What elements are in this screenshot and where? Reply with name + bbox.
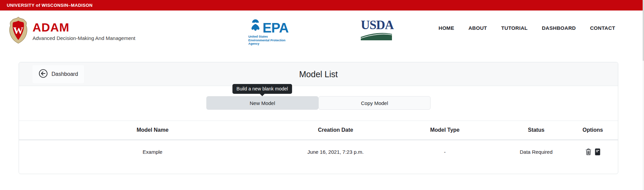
epa-wordmark: EPA (263, 22, 288, 34)
uw-crest-icon: W (9, 16, 27, 45)
model-list-panel: Dashboard Model List Build a new blank m… (19, 62, 618, 174)
nav-tutorial[interactable]: TUTORIAL (501, 25, 528, 31)
tab-copy-model[interactable]: Copy Model (318, 96, 431, 110)
usda-wordmark: USDA (361, 19, 394, 31)
col-header-model-name: Model Name (19, 121, 286, 140)
delete-trash-icon[interactable] (585, 148, 591, 155)
cell-creation-date: June 16, 2021, 7:23 p.m. (286, 140, 385, 164)
brand-subtitle: Advanced Decision-Making And Management (33, 35, 136, 41)
col-header-options: Options (567, 121, 618, 140)
university-banner-text: UNIVERSITY of WISCONSIN–MADISON (0, 3, 92, 8)
model-table: Model Name Creation Date Model Type Stat… (19, 121, 618, 164)
epa-flower-icon (248, 19, 263, 34)
table-row: Example June 16, 2021, 7:23 p.m. - Data … (19, 140, 618, 164)
brand-title: ADAM (33, 21, 136, 34)
tab-new-model[interactable]: New Model (206, 96, 318, 110)
col-header-model-type: Model Type (385, 121, 505, 140)
main-nav: HOME ABOUT TUTORIAL DASHBOARD CONTACT (439, 25, 616, 31)
model-notes-icon[interactable] (595, 148, 600, 155)
cell-status: Data Required (505, 140, 568, 164)
model-tabs: New Model Copy Model (206, 96, 431, 110)
page-title: Model List (19, 69, 618, 79)
nav-home[interactable]: HOME (439, 25, 454, 31)
epa-caption: United States Environmental Protection A… (248, 35, 288, 46)
svg-text:W: W (13, 25, 23, 36)
nav-contact[interactable]: CONTACT (590, 25, 615, 31)
nav-about[interactable]: ABOUT (469, 25, 487, 31)
site-header: W ADAM Advanced Decision-Making And Mana… (0, 10, 643, 49)
col-header-creation-date: Creation Date (286, 121, 385, 140)
epa-logo: EPA United States Environmental Protecti… (248, 19, 288, 46)
row-options (567, 148, 618, 155)
cell-model-type: - (385, 140, 505, 164)
nav-dashboard[interactable]: DASHBOARD (542, 25, 576, 31)
table-header-row: Model Name Creation Date Model Type Stat… (19, 121, 618, 140)
col-header-status: Status (505, 121, 568, 140)
usda-field-icon (361, 36, 392, 41)
scrollbar-thumb[interactable] (643, 0, 644, 61)
page-scrollbar[interactable] (643, 0, 644, 190)
cell-model-name: Example (19, 140, 286, 164)
brand-text: ADAM Advanced Decision-Making And Manage… (33, 21, 136, 41)
adam-brand[interactable]: W ADAM Advanced Decision-Making And Mana… (9, 16, 136, 45)
tabs-section: Build a new blank model New Model Copy M… (19, 86, 618, 121)
new-model-tooltip: Build a new blank model (232, 84, 292, 94)
university-banner: UNIVERSITY of WISCONSIN–MADISON (0, 0, 643, 10)
usda-logo: USDA (361, 19, 394, 42)
panel-header: Dashboard Model List (19, 62, 618, 86)
